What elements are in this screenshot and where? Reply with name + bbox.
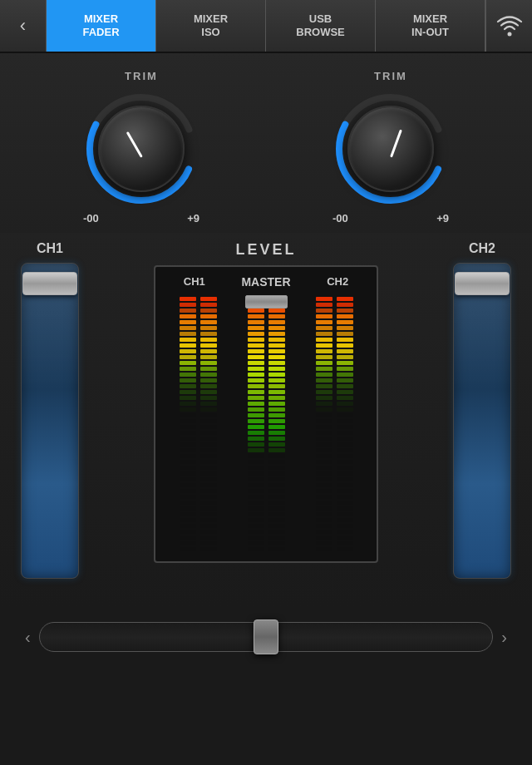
- crossfader-right-arrow[interactable]: ›: [501, 628, 507, 647]
- ch1-fader-track[interactable]: [21, 263, 79, 579]
- svg-rect-85: [200, 506, 217, 511]
- crossfader-track[interactable]: [39, 622, 494, 652]
- svg-rect-59: [200, 355, 217, 359]
- svg-rect-243: [337, 402, 353, 406]
- svg-rect-207: [316, 448, 332, 452]
- svg-rect-109: [248, 390, 264, 394]
- ch2-label: CH2: [469, 241, 495, 256]
- trim-left-dial[interactable]: [98, 106, 185, 192]
- svg-rect-184: [316, 314, 332, 318]
- svg-rect-178: [268, 536, 285, 540]
- svg-rect-72: [200, 431, 217, 435]
- svg-rect-257: [337, 483, 353, 487]
- svg-rect-6: [180, 303, 196, 307]
- tab-mixer-inout[interactable]: MIXERIN-OUT: [376, 0, 485, 52]
- svg-rect-69: [200, 413, 217, 417]
- svg-rect-108: [248, 384, 264, 388]
- trim-right-dial[interactable]: [347, 106, 434, 192]
- svg-rect-41: [180, 506, 196, 511]
- tab-mixer-iso-label: MIXERISO: [194, 12, 228, 38]
- svg-rect-97: [248, 320, 264, 324]
- svg-rect-51: [200, 308, 217, 313]
- svg-rect-100: [248, 338, 264, 342]
- ch2-fader-track[interactable]: [453, 263, 511, 579]
- trim-left-knob[interactable]: TRIM -00 +9: [83, 70, 200, 225]
- ch1-meter-bar-left: [179, 295, 197, 553]
- svg-rect-10: [180, 326, 196, 330]
- svg-rect-228: [337, 314, 353, 318]
- back-button[interactable]: ‹: [0, 0, 47, 52]
- ch1-fader[interactable]: CH1: [8, 241, 91, 579]
- svg-rect-95: [248, 308, 264, 313]
- svg-rect-209: [316, 460, 332, 464]
- svg-rect-160: [268, 431, 285, 435]
- svg-rect-179: [268, 541, 285, 545]
- crossfader-handle[interactable]: [254, 619, 278, 654]
- svg-rect-142: [268, 326, 285, 330]
- ch2-fader-handle[interactable]: [455, 272, 510, 295]
- trim-right-knob[interactable]: TRIM -00 +9: [332, 70, 449, 225]
- svg-rect-144: [268, 338, 285, 342]
- svg-rect-254: [337, 466, 353, 470]
- svg-rect-27: [180, 425, 196, 429]
- svg-rect-87: [200, 518, 217, 522]
- svg-rect-176: [268, 524, 285, 528]
- tab-mixer-iso[interactable]: MIXERISO: [156, 0, 266, 52]
- svg-rect-258: [337, 489, 353, 493]
- svg-rect-103: [248, 355, 264, 359]
- svg-point-0: [507, 32, 511, 37]
- svg-rect-35: [180, 471, 196, 476]
- svg-rect-68: [200, 407, 217, 412]
- crossfader-left-arrow[interactable]: ‹: [25, 628, 31, 647]
- svg-rect-120: [248, 454, 264, 458]
- svg-rect-16: [180, 361, 196, 365]
- svg-rect-117: [248, 437, 264, 441]
- svg-rect-227: [337, 308, 353, 313]
- svg-rect-181: [316, 297, 332, 301]
- svg-rect-11: [180, 332, 196, 336]
- ch1-fader-handle[interactable]: [22, 272, 77, 295]
- svg-rect-57: [200, 343, 217, 348]
- svg-rect-163: [268, 448, 285, 452]
- trim-left-knob-body[interactable]: [83, 91, 200, 207]
- svg-rect-50: [200, 303, 217, 307]
- svg-rect-177: [268, 530, 285, 534]
- tab-mixer-fader[interactable]: MIXERFADER: [47, 0, 156, 52]
- meter-headers: CH1 MASTER CH2: [165, 275, 367, 289]
- svg-rect-203: [316, 425, 332, 429]
- svg-rect-125: [248, 483, 264, 487]
- trim-left-indicator: [126, 131, 142, 157]
- svg-rect-249: [337, 437, 353, 441]
- svg-rect-155: [268, 402, 285, 406]
- svg-rect-75: [200, 448, 217, 452]
- svg-rect-124: [248, 477, 264, 481]
- svg-rect-217: [316, 506, 332, 511]
- svg-rect-127: [248, 495, 264, 499]
- svg-rect-98: [248, 326, 264, 330]
- svg-rect-191: [316, 355, 332, 359]
- svg-rect-253: [337, 460, 353, 464]
- trim-left-max: +9: [187, 212, 200, 225]
- svg-rect-241: [337, 390, 353, 394]
- svg-rect-20: [180, 384, 196, 388]
- svg-rect-153: [268, 390, 285, 394]
- svg-rect-38: [180, 489, 196, 493]
- wifi-icon: [496, 12, 523, 39]
- svg-rect-115: [248, 425, 264, 429]
- svg-rect-149: [268, 367, 285, 371]
- svg-rect-126: [248, 489, 264, 493]
- svg-rect-205: [316, 437, 332, 441]
- trim-section: TRIM -00 +9 TRIM -00: [0, 53, 532, 233]
- level-label: LEVEL: [235, 241, 296, 259]
- svg-rect-30: [180, 442, 196, 447]
- svg-rect-7: [180, 308, 196, 313]
- svg-rect-170: [268, 489, 285, 493]
- svg-rect-256: [337, 477, 353, 481]
- svg-rect-248: [337, 431, 353, 435]
- ch2-fader[interactable]: CH2: [441, 241, 524, 579]
- svg-rect-129: [248, 506, 264, 511]
- svg-rect-106: [248, 373, 264, 377]
- tab-usb-browse[interactable]: USBBROWSE: [266, 0, 376, 52]
- trim-right-knob-body[interactable]: [332, 91, 449, 207]
- svg-rect-23: [180, 402, 196, 406]
